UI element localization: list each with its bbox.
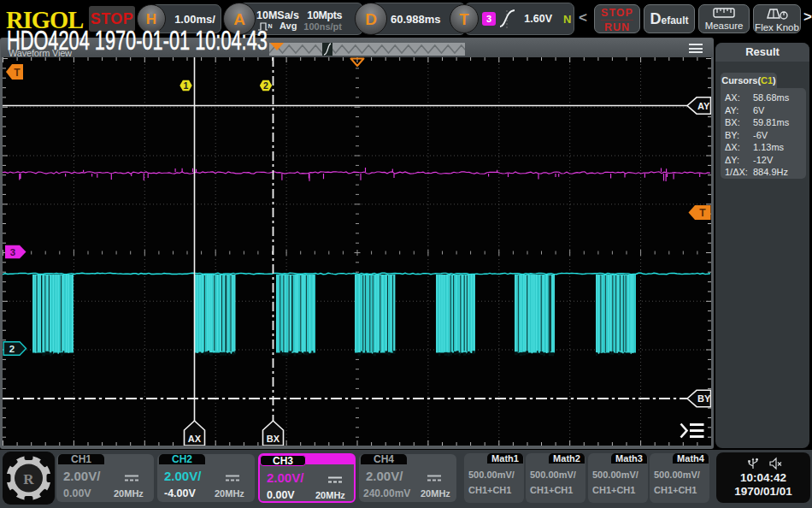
svg-text:T: T (14, 67, 21, 79)
svg-text:2: 2 (263, 80, 268, 91)
svg-text:N: N (268, 23, 273, 29)
svg-text:2: 2 (9, 344, 15, 354)
svg-text:R: R (23, 471, 34, 487)
svg-text:BX: BX (267, 434, 280, 444)
svg-text:BY: BY (697, 393, 711, 404)
svg-text:AX: AX (188, 434, 202, 444)
svg-text:AY: AY (697, 101, 710, 111)
svg-text:1: 1 (184, 80, 189, 91)
svg-text:3: 3 (10, 247, 15, 257)
svg-text:T: T (699, 207, 706, 219)
